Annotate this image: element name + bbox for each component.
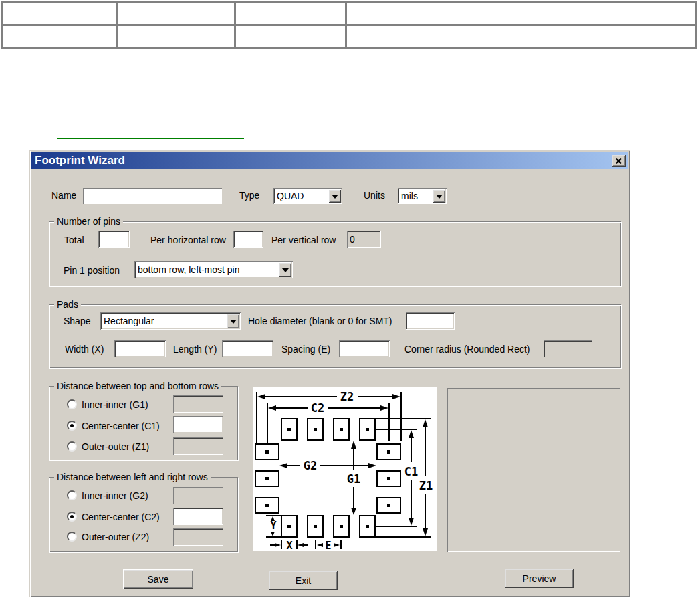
number-of-pins-legend: Number of pins: [54, 215, 123, 227]
diagram-label-c2: C2: [311, 401, 324, 415]
table-cell: [118, 3, 234, 24]
shape-label: Shape: [64, 315, 90, 327]
document-page: { "colors": { "page_bg": "#FFFFFF", "tab…: [0, 0, 700, 600]
center-center-c1-input[interactable]: [173, 416, 223, 433]
type-label: Type: [239, 189, 259, 201]
diagram-label-y: Y: [270, 520, 276, 532]
corner-radius-input: [544, 340, 592, 357]
table-cell: [236, 26, 345, 47]
total-input[interactable]: [98, 231, 130, 248]
center-center-c1-radio[interactable]: [67, 421, 77, 431]
units-select-dropdown-button[interactable]: [433, 189, 445, 203]
chevron-down-icon: [230, 320, 237, 324]
per-horizontal-row-input[interactable]: [233, 231, 263, 248]
dialog-title: Footprint Wizard: [35, 154, 125, 167]
type-select-value: QUAD: [277, 189, 328, 203]
chevron-down-icon: [436, 195, 443, 199]
pin1-position-label: Pin 1 position: [64, 264, 120, 276]
document-table: [1, 1, 697, 49]
center-center-c2-input[interactable]: [173, 508, 223, 525]
spacing-label: Spacing (E): [281, 343, 330, 355]
outer-outer-z2-input: [173, 528, 223, 546]
total-label: Total: [64, 234, 84, 246]
exit-button-label: Exit: [296, 575, 311, 586]
per-vertical-row-input: [347, 231, 381, 248]
inner-inner-g2-radio[interactable]: [67, 490, 77, 500]
inner-inner-g1-input: [173, 395, 223, 413]
preview-panel: [447, 388, 620, 552]
preview-button[interactable]: Preview: [505, 569, 574, 588]
footprint-diagram-image: Z2 C2 G2 G1 C1 Z1 Y X E: [253, 387, 437, 551]
type-select-dropdown-button[interactable]: [328, 189, 341, 203]
outer-outer-z1-label: Outer-outer (Z1): [82, 441, 149, 453]
table-cell: [347, 26, 695, 47]
table-cell: [347, 3, 695, 24]
save-button-label: Save: [148, 574, 169, 585]
diagram-label-g2: G2: [304, 459, 317, 472]
inner-inner-g2-label: Inner-inner (G2): [82, 490, 148, 502]
radio-dot: [70, 424, 74, 427]
table-cell: [3, 3, 116, 24]
width-label: Width (X): [65, 343, 104, 355]
type-select[interactable]: QUAD: [273, 188, 342, 204]
center-center-c1-label: Center-center (C1): [82, 420, 160, 432]
diagram-label-e: E: [325, 540, 331, 551]
hole-diameter-label: Hole diameter (blank or 0 for SMT): [248, 315, 392, 327]
close-button[interactable]: [612, 155, 626, 167]
chevron-down-icon: [282, 268, 289, 272]
shape-select[interactable]: Rectangular: [100, 312, 241, 330]
units-select-value: mils: [401, 189, 432, 203]
chevron-down-icon: [332, 195, 338, 199]
diagram-label-z1: Z1: [419, 479, 433, 492]
per-horizontal-row-label: Per horizontal row: [150, 234, 226, 246]
outer-outer-z2-radio[interactable]: [67, 532, 77, 542]
table-cell: [3, 26, 116, 47]
shape-select-dropdown-button[interactable]: [227, 314, 239, 328]
center-center-c2-radio[interactable]: [67, 512, 77, 522]
footprint-diagram: Z2 C2 G2 G1 C1 Z1 Y X E: [253, 387, 437, 551]
close-icon: [616, 158, 622, 164]
outer-outer-z1-input: [173, 437, 223, 455]
units-label: Units: [364, 189, 385, 201]
radio-dot: [70, 515, 74, 518]
units-select[interactable]: mils: [398, 188, 447, 204]
diagram-label-z2: Z2: [340, 390, 354, 403]
pin1-position-value: bottom row, left-most pin: [138, 262, 278, 277]
footprint-wizard-dialog: Footprint Wizard Name Type QUAD Units mi…: [29, 150, 630, 597]
left-right-distance-legend: Distance between left and right rows: [54, 471, 211, 483]
preview-button-label: Preview: [523, 573, 556, 584]
pin1-position-select[interactable]: bottom row, left-most pin: [134, 261, 293, 278]
outer-outer-z1-radio[interactable]: [67, 441, 77, 452]
width-input[interactable]: [114, 340, 166, 357]
save-button[interactable]: Save: [123, 569, 193, 589]
inner-inner-g2-input: [173, 487, 223, 504]
inner-inner-g1-label: Inner-inner (G1): [82, 399, 148, 411]
diagram-label-c1: C1: [404, 465, 418, 478]
table-cell: [118, 26, 234, 47]
center-center-c2-label: Center-center (C2): [82, 511, 160, 523]
length-input[interactable]: [222, 340, 273, 357]
diagram-label-g1: G1: [347, 472, 360, 486]
name-label: Name: [51, 189, 76, 201]
pads-legend: Pads: [54, 298, 81, 310]
diagram-label-x: X: [286, 540, 292, 551]
top-bottom-distance-legend: Distance between top and bottom rows: [54, 380, 221, 392]
dialog-titlebar[interactable]: Footprint Wizard: [31, 152, 628, 169]
outer-outer-z2-label: Outer-outer (Z2): [82, 531, 149, 543]
spacing-input[interactable]: [339, 340, 390, 357]
per-vertical-row-label: Per vertical row: [271, 234, 336, 246]
pin1-position-dropdown-button[interactable]: [279, 262, 291, 277]
exit-button[interactable]: Exit: [269, 571, 338, 590]
table-cell: [236, 3, 345, 24]
hyperlink-underline[interactable]: [57, 138, 244, 139]
shape-select-value: Rectangular: [104, 314, 226, 328]
name-input[interactable]: [83, 188, 222, 204]
length-label: Length (Y): [173, 343, 217, 355]
inner-inner-g1-radio[interactable]: [67, 399, 77, 409]
corner-radius-label: Corner radius (Rounded Rect): [404, 343, 530, 355]
hole-diameter-input[interactable]: [406, 312, 455, 330]
